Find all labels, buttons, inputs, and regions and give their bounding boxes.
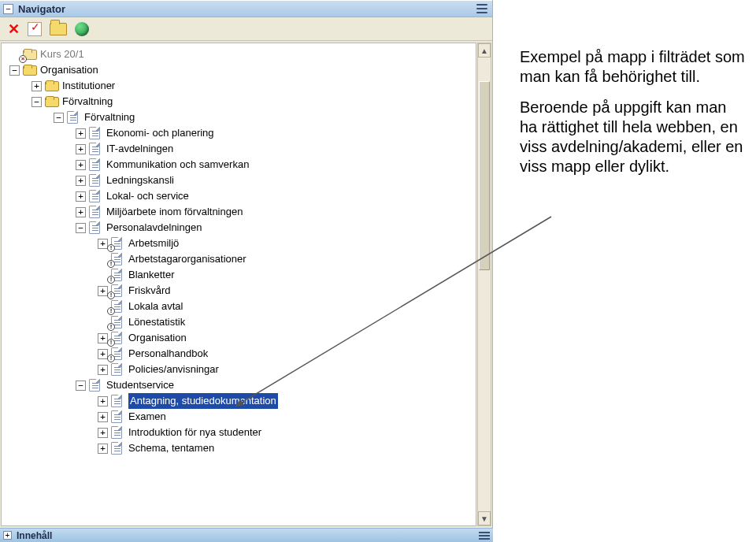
tree-row[interactable]: !Arbetstagarorganisationer — [5, 251, 476, 267]
tree-item-label[interactable]: Studentservice — [106, 377, 174, 393]
tree-row[interactable]: −Personalavdelningen — [5, 220, 476, 236]
tree-item-label[interactable]: Ekonomi- och planering — [106, 125, 214, 141]
content-panel-menu-icon[interactable] — [479, 532, 490, 540]
collapse-icon[interactable]: − — [32, 97, 42, 107]
open-folder-icon[interactable] — [50, 23, 67, 35]
page-icon — [89, 143, 103, 155]
info-badge-icon: ! — [107, 276, 115, 284]
tree-item-label[interactable]: IT-avdelningen — [106, 141, 173, 157]
tree-row[interactable]: +Miljöarbete inom förvaltningen — [5, 204, 476, 220]
page-icon: ! — [111, 253, 125, 265]
tree-item-label[interactable]: Lokala avtal — [128, 299, 183, 314]
tree-row[interactable]: +!Friskvård — [5, 283, 476, 299]
tree-item-label[interactable]: Kurs 20/1 — [40, 46, 84, 62]
collapse-icon[interactable]: − — [9, 65, 20, 76]
tree-row[interactable]: ×Kurs 20/1 — [5, 46, 476, 62]
tree-row[interactable]: +Kommunikation och samverkan — [5, 157, 476, 173]
expand-icon[interactable]: + — [98, 396, 108, 406]
page-icon — [111, 442, 125, 455]
tree-row[interactable]: +Introduktion för nya studenter — [5, 425, 476, 440]
content-panel-collapsed[interactable]: + Innehåll — [0, 528, 493, 542]
tree-item-label[interactable]: Antagning, studiedokumentation — [128, 393, 278, 409]
tree-row[interactable]: +Examen — [5, 409, 476, 425]
tree-item-label[interactable]: Förvaltning — [62, 94, 113, 110]
page-icon — [111, 363, 125, 376]
panel-toolbar: ✕ — [0, 17, 492, 41]
validate-icon[interactable] — [28, 22, 42, 36]
expand-icon[interactable]: + — [98, 365, 108, 375]
collapse-icon[interactable]: − — [54, 113, 64, 123]
panel-menu-icon[interactable] — [476, 4, 489, 13]
tree-row[interactable]: −Organisation — [5, 62, 476, 78]
content-panel-expand-toggle[interactable]: + — [3, 531, 12, 540]
file-tree[interactable]: ×Kurs 20/1−Organisation+Institutioner−Fö… — [2, 43, 476, 459]
tree-row[interactable]: +Ledningskansli — [5, 173, 476, 188]
tree-item-label[interactable]: Organisation — [128, 330, 187, 346]
tree-row[interactable]: !Lönestatistik — [5, 314, 476, 330]
tree-item-label[interactable]: Personalhandbok — [128, 346, 208, 362]
tree-item-label[interactable]: Schema, tentamen — [128, 440, 214, 456]
expand-icon[interactable]: + — [76, 144, 86, 154]
expand-icon[interactable]: + — [76, 207, 86, 217]
tree-row[interactable]: +Schema, tentamen — [5, 440, 476, 456]
info-badge-icon: ! — [107, 323, 115, 331]
expand-icon[interactable]: + — [76, 160, 86, 170]
tree-item-label[interactable]: Blanketter — [128, 267, 175, 283]
page-icon — [89, 158, 103, 171]
tree-row[interactable]: !Blanketter — [5, 267, 476, 283]
tree-item-label[interactable]: Miljöarbete inom förvaltningen — [106, 204, 243, 220]
page-icon — [89, 379, 103, 392]
tree-item-label[interactable]: Examen — [128, 409, 166, 425]
tree-row[interactable]: +!Personalhandbok — [5, 346, 476, 362]
scroll-up-button[interactable]: ▲ — [478, 43, 491, 58]
expand-icon[interactable]: + — [98, 412, 108, 422]
tree-row[interactable]: +Policies/anvisningar — [5, 362, 476, 377]
tree-item-label[interactable]: Lokal- och service — [106, 188, 189, 204]
scroll-track[interactable] — [478, 58, 491, 511]
tree-item-label[interactable]: Lönestatistik — [128, 314, 185, 330]
tree-item-label[interactable]: Friskvård — [128, 283, 170, 299]
scroll-thumb[interactable] — [479, 81, 490, 270]
tree-row[interactable]: !Lokala avtal — [5, 299, 476, 314]
tree-item-label[interactable]: Policies/anvisningar — [128, 362, 219, 377]
expand-icon[interactable]: + — [76, 128, 86, 139]
tree-item-label[interactable]: Introduktion för nya studenter — [128, 425, 261, 440]
expand-icon[interactable]: + — [76, 191, 86, 202]
content-panel-title: Innehåll — [17, 530, 52, 541]
tree-item-label[interactable]: Ledningskansli — [106, 173, 174, 188]
tree-row[interactable]: +IT-avdelningen — [5, 141, 476, 157]
expand-icon[interactable]: + — [32, 81, 42, 91]
tree-row[interactable]: +Antagning, studiedokumentation — [5, 393, 476, 409]
panel-collapse-toggle[interactable]: − — [3, 4, 13, 14]
expand-icon[interactable]: + — [76, 176, 86, 186]
tree-row[interactable]: +Institutioner — [5, 78, 476, 94]
scroll-down-button[interactable]: ▼ — [478, 511, 491, 525]
collapse-icon[interactable]: − — [76, 381, 86, 391]
close-icon[interactable]: ✕ — [8, 22, 20, 36]
collapse-icon[interactable]: − — [76, 223, 86, 233]
tree-item-label[interactable]: Arbetstagarorganisationer — [128, 251, 246, 267]
tree-row[interactable]: −Studentservice — [5, 377, 476, 393]
tree-item-label[interactable]: Personalavdelningen — [106, 220, 202, 236]
folder-icon: × — [23, 48, 37, 61]
tree-item-label[interactable]: Arbetsmiljö — [128, 236, 179, 251]
globe-icon[interactable] — [75, 22, 89, 36]
expand-icon[interactable]: + — [98, 428, 108, 438]
tree-row[interactable]: +!Arbetsmiljö — [5, 236, 476, 251]
tree-row[interactable]: +Lokal- och service — [5, 188, 476, 204]
info-badge-icon: ! — [107, 244, 115, 252]
tree-item-label[interactable]: Förvaltning — [84, 110, 135, 125]
tree-row[interactable]: −Förvaltning — [5, 110, 476, 125]
tree-item-label[interactable]: Institutioner — [62, 78, 115, 94]
tree-item-label[interactable]: Organisation — [40, 62, 98, 78]
info-badge-icon: ! — [107, 339, 115, 347]
page-icon — [89, 127, 103, 139]
info-badge-icon: ! — [107, 307, 115, 315]
tree-row[interactable]: +!Organisation — [5, 330, 476, 346]
vertical-scrollbar[interactable]: ▲ ▼ — [477, 43, 491, 526]
expand-icon[interactable]: + — [98, 444, 108, 454]
tree-row[interactable]: +Ekonomi- och planering — [5, 125, 476, 141]
tree-row[interactable]: −Förvaltning — [5, 94, 476, 110]
page-icon: ! — [111, 269, 125, 281]
tree-item-label[interactable]: Kommunikation och samverkan — [106, 157, 249, 173]
